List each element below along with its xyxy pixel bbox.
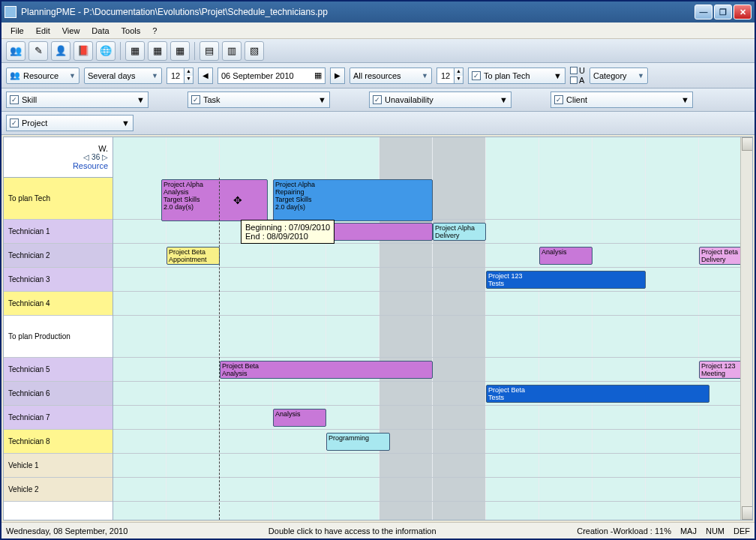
tb-sched2-icon[interactable]: ▦ xyxy=(148,41,167,61)
count-spinner[interactable]: 12 ▲▼ xyxy=(436,68,464,84)
resource-row-label[interactable]: Technician 4 xyxy=(4,292,112,316)
skill-filter[interactable]: ✓Skill▼ xyxy=(6,92,148,108)
gantt-row[interactable] xyxy=(113,316,752,358)
resource-row-label[interactable]: Vehicle 1 xyxy=(4,454,112,478)
move-cursor-icon: ✥ xyxy=(233,194,242,206)
menu-help[interactable]: ? xyxy=(146,25,163,37)
tb-view3-icon[interactable]: ▧ xyxy=(244,41,264,61)
week-nav[interactable]: ◁ 36 ▷ xyxy=(83,153,108,161)
task-bar[interactable]: Analysis xyxy=(273,409,326,427)
day-header: T14 xyxy=(539,164,592,177)
close-button[interactable]: ✕ xyxy=(734,4,752,20)
task-bar[interactable]: Project Beta Analysis xyxy=(220,361,433,379)
next-date-button[interactable]: ▶ xyxy=(330,68,345,84)
window-title: PlanningPME - P:\Documentation\Evolution… xyxy=(21,7,694,17)
tb-globe-icon[interactable]: 🌐 xyxy=(96,41,116,61)
resource-row-label[interactable]: To plan Tech xyxy=(4,178,112,220)
resource-row-label[interactable]: Technician 6 xyxy=(4,382,112,406)
menu-view[interactable]: View xyxy=(56,25,86,37)
tb-view1-icon[interactable]: ▤ xyxy=(200,41,219,61)
chevron-down-icon: ▼ xyxy=(69,72,76,80)
task-bar[interactable]: Project 123 Tests xyxy=(486,271,646,289)
day-header: S11 xyxy=(380,164,433,177)
gantt-row[interactable]: ct 123 ysisProject Alpha Delivery xyxy=(113,220,752,244)
tb-users-icon[interactable]: 👥 xyxy=(6,41,26,61)
tb-sched3-icon[interactable]: ▦ xyxy=(170,41,190,61)
tb-book-icon[interactable]: 📕 xyxy=(74,41,93,61)
status-workload: Creation -Workload : 11% xyxy=(577,526,671,536)
plan-tech-filter[interactable]: ✓ To plan Tech ▼ xyxy=(468,68,566,84)
resource-row-label[interactable]: Vehicle 2 xyxy=(4,478,112,502)
resource-row-label[interactable]: Technician 5 xyxy=(4,358,112,382)
tb-group-icon[interactable]: 👤 xyxy=(51,41,70,61)
menu-file[interactable]: File xyxy=(4,25,30,37)
minimize-button[interactable]: — xyxy=(694,4,712,20)
task-bar[interactable]: Project Alpha Repairing Target Skills 2.… xyxy=(273,179,433,221)
days-spinner[interactable]: 12 ▲▼ xyxy=(166,68,194,84)
period-combo[interactable]: Several days ▼ xyxy=(84,68,162,84)
gantt-row[interactable]: Analysis xyxy=(113,406,752,430)
filter-bar-2: ✓Skill▼ ✓Task▼ ✓Unavailability▼ ✓Client▼ xyxy=(2,88,754,112)
status-def: DEF xyxy=(734,526,750,536)
tb-wand-icon[interactable]: ✎ xyxy=(28,41,48,61)
gantt-row[interactable]: Programming xyxy=(113,430,752,454)
gantt-row[interactable]: Project Beta AnalysisProject 123 Meeting xyxy=(113,358,752,382)
day-header: M6 xyxy=(113,164,166,177)
resource-combo[interactable]: 👥 Resource ▼ xyxy=(6,68,80,84)
gantt-row[interactable] xyxy=(113,478,752,502)
menubar: File Edit View Data Tools ? xyxy=(2,22,754,39)
category-combo[interactable]: Category ▼ xyxy=(590,68,648,84)
unavailability-filter[interactable]: ✓Unavailability▼ xyxy=(369,92,512,108)
chevron-down-icon: ▼ xyxy=(638,72,644,80)
tb-sched1-icon[interactable]: ▦ xyxy=(125,41,145,61)
gantt-row[interactable]: Project Alpha Analysis Target Skills 2.0… xyxy=(113,178,752,220)
ua-toggles[interactable]: U A xyxy=(570,66,585,85)
status-hint: Double click to have access to the infor… xyxy=(142,526,562,536)
gantt-row[interactable] xyxy=(113,454,752,478)
schedule-content: W. ◁ 36 ▷ Resource To plan TechTechnicia… xyxy=(3,136,753,520)
chevron-down-icon: ▼ xyxy=(422,72,428,80)
task-filter[interactable]: ✓Task▼ xyxy=(188,92,330,108)
gantt-grid[interactable]: September 2010 Week 36 Week 37 M6T7W8T9F… xyxy=(113,137,752,520)
resource-row-label[interactable]: Technician 8 xyxy=(4,430,112,454)
task-bar[interactable]: Project Beta Appointment xyxy=(166,247,220,265)
status-date: Wednesday, 08 September, 2010 xyxy=(6,526,128,536)
task-bar[interactable]: Programming xyxy=(326,433,390,451)
task-bar[interactable]: Project Alpha Analysis Target Skills 2.0… xyxy=(161,179,268,221)
day-header: M13 xyxy=(486,164,539,177)
prev-date-button[interactable]: ◀ xyxy=(198,68,213,84)
titlebar[interactable]: PlanningPME - P:\Documentation\Evolution… xyxy=(2,2,754,22)
menu-data[interactable]: Data xyxy=(86,25,115,37)
task-bar[interactable]: Project Beta Tests xyxy=(486,385,710,403)
gantt-row[interactable]: Project 123 Tests xyxy=(113,268,752,292)
resource-sort[interactable]: Resource xyxy=(73,161,108,170)
resource-row-label[interactable]: To plan Production xyxy=(4,316,112,358)
resource-row-label[interactable]: Technician 3 xyxy=(4,268,112,292)
calendar-icon: ▦ xyxy=(314,70,322,80)
app-icon xyxy=(4,6,16,18)
all-resources-combo[interactable]: All resources ▼ xyxy=(350,68,432,84)
maximize-button[interactable]: ❐ xyxy=(714,4,732,20)
grid-header: September 2010 Week 36 Week 37 M6T7W8T9F… xyxy=(113,137,752,178)
resource-row-label[interactable]: Technician 2 xyxy=(4,244,112,268)
date-field[interactable]: 06 September 2010 ▦ xyxy=(218,68,326,84)
day-header: S12 xyxy=(433,164,486,177)
gantt-row[interactable]: Project Beta AppointmentAnalysisProject … xyxy=(113,244,752,268)
menu-tools[interactable]: Tools xyxy=(116,25,147,37)
resource-row-label[interactable]: Technician 7 xyxy=(4,406,112,430)
scrollbar-vertical[interactable] xyxy=(740,137,752,520)
day-header: W8 xyxy=(220,164,273,177)
project-filter[interactable]: ✓Project▼ xyxy=(6,115,134,131)
task-bar[interactable]: Analysis xyxy=(539,247,592,265)
statusbar: Wednesday, 08 September, 2010 Double cli… xyxy=(2,522,754,538)
resource-row-label[interactable]: Technician 1 xyxy=(4,220,112,244)
task-bar[interactable]: Project Alpha Delivery xyxy=(433,223,486,241)
resource-header: W. ◁ 36 ▷ Resource xyxy=(4,137,112,178)
task-tooltip: Beginning : 07/09/2010End : 08/09/2010 xyxy=(241,220,334,244)
day-header: T9 xyxy=(273,164,326,177)
gantt-row[interactable]: Project Beta Tests xyxy=(113,382,752,406)
menu-edit[interactable]: Edit xyxy=(30,25,56,37)
gantt-row[interactable] xyxy=(113,292,752,316)
client-filter[interactable]: ✓Client▼ xyxy=(550,92,693,108)
tb-view2-icon[interactable]: ▥ xyxy=(222,41,242,61)
